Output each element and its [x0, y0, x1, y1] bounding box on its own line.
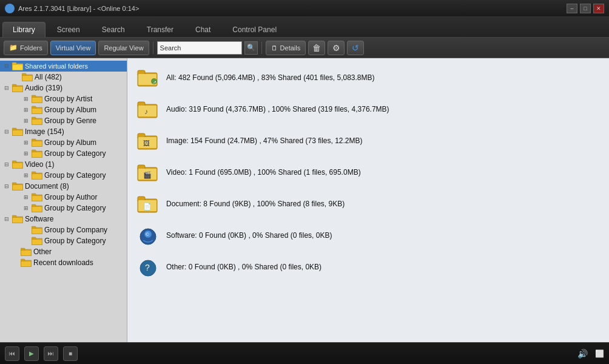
svg-rect-11 — [32, 98, 42, 103]
sidebar-item-shared-virtual[interactable]: ⊟ Shared virtual folders — [0, 61, 127, 72]
sidebar-label-other: Other — [33, 248, 52, 256]
file-entry-software[interactable]: © Software: 0 Found (0KB) , 0% Shared (0… — [132, 221, 604, 250]
sidebar-item-all[interactable]: All (482) — [0, 72, 127, 83]
refresh-button[interactable]: ↺ — [347, 41, 364, 55]
collapse-video-icon: ⊟ — [2, 160, 11, 169]
sidebar-item-video-category[interactable]: ⊞ Group by Category — [0, 170, 127, 181]
prev-button[interactable]: ⏮ — [5, 346, 19, 361]
search-input[interactable] — [157, 41, 242, 55]
folder-icon — [22, 73, 33, 81]
sidebar-item-image[interactable]: ⊟ Image (154) — [0, 126, 127, 137]
minimize-button[interactable]: – — [567, 4, 577, 13]
svg-rect-25 — [32, 150, 36, 152]
svg-rect-14 — [32, 109, 42, 113]
svg-rect-43 — [12, 215, 16, 218]
sidebar-item-image-album[interactable]: ⊞ Group by Album — [0, 137, 127, 148]
expand-audio-album-icon: ⊞ — [22, 106, 30, 114]
regular-view-button[interactable]: Regular View — [98, 41, 149, 55]
file-entry-audio[interactable]: ♪ Audio: 319 Found (4,376.7MB) , 100% Sh… — [132, 95, 604, 124]
svg-rect-49 — [32, 237, 36, 240]
sidebar-item-soft-category[interactable]: Group by Category — [0, 235, 127, 246]
svg-rect-56 — [21, 261, 31, 266]
expand-soft-company-icon — [22, 226, 30, 234]
file-entry-image[interactable]: 🖼 Image: 154 Found (24.7MB) , 47% Shared… — [132, 126, 604, 155]
folder-icon-video — [12, 160, 23, 169]
sidebar-item-audio-genre[interactable]: ⊞ Group by Genre — [0, 115, 127, 126]
sidebar-label-image-album: Group by Album — [44, 138, 96, 147]
sidebar-label-video-category: Group by Category — [44, 171, 106, 180]
expand-genre-icon: ⊞ — [22, 116, 30, 125]
next-button[interactable]: ⏭ — [44, 346, 58, 361]
file-text-other: Other: 0 Found (0KB) , 0% Shared (0 file… — [166, 263, 321, 271]
tab-chat[interactable]: Chat — [185, 22, 221, 37]
file-entry-all[interactable]: ↗ All: 482 Found (5,096.4MB) , 83% Share… — [132, 63, 604, 92]
file-icon-video: 🎬 — [137, 161, 159, 183]
sidebar-item-audio[interactable]: ⊟ Audio (319) — [0, 83, 127, 93]
sidebar-label-audio: Audio (319) — [25, 84, 62, 92]
svg-text:🖼: 🖼 — [143, 140, 150, 147]
sidebar-item-audio-artist[interactable]: ⊞ Group by Artist — [0, 93, 127, 104]
search-button[interactable]: 🔍 — [244, 41, 258, 55]
sidebar-item-image-category[interactable]: ⊞ Group by Category — [0, 148, 127, 159]
virtual-view-button[interactable]: Virtual View — [50, 41, 96, 55]
sidebar-item-soft-company[interactable]: Group by Company — [0, 224, 127, 235]
sidebar-item-document[interactable]: ⊟ Document (8) — [0, 181, 127, 192]
sidebar-label-audio-genre: Group by Genre — [44, 116, 96, 125]
tab-search[interactable]: Search — [92, 22, 135, 37]
close-button[interactable]: ✕ — [593, 4, 604, 13]
file-text-software: Software: 0 Found (0KB) , 0% Shared (0 f… — [166, 231, 332, 240]
tab-control-panel[interactable]: Control Panel — [222, 22, 287, 37]
tab-transfer[interactable]: Transfer — [136, 22, 184, 37]
file-entry-other[interactable]: ? Other: 0 Found (0KB) , 0% Shared (0 fi… — [132, 252, 604, 281]
tab-library[interactable]: Library — [2, 22, 45, 37]
svg-rect-17 — [32, 120, 42, 124]
svg-text:📄: 📄 — [143, 202, 152, 211]
folders-button[interactable]: 📁 Folders — [4, 41, 48, 55]
expand-image-cat-icon: ⊞ — [22, 149, 30, 158]
details-button[interactable]: 🗒 Details — [266, 41, 306, 55]
svg-rect-41 — [32, 207, 42, 212]
sidebar-item-doc-category[interactable]: ⊞ Group by Category — [0, 203, 127, 214]
file-text-document: Document: 8 Found (9KB) , 100% Shared (8… — [166, 200, 345, 208]
expand-image-album-icon: ⊞ — [22, 138, 30, 147]
expand-video-cat-icon: ⊞ — [22, 171, 30, 180]
sidebar-label-image: Image (154) — [25, 127, 64, 136]
options-button[interactable]: ⚙ — [328, 41, 345, 55]
tab-screen[interactable]: Screen — [47, 22, 90, 37]
sidebar-label-all: All (482) — [35, 73, 62, 81]
svg-rect-13 — [32, 106, 36, 109]
folder-icon-genre — [32, 116, 42, 125]
sidebar-item-recent[interactable]: Recent downloads — [0, 257, 127, 268]
sidebar-item-doc-author[interactable]: ⊞ Group by Author — [0, 192, 127, 203]
sidebar-item-video[interactable]: ⊟ Video (1) — [0, 159, 127, 170]
svg-text:🎬: 🎬 — [143, 170, 152, 179]
file-text-image: Image: 154 Found (24.7MB) , 47% Shared (… — [166, 136, 363, 145]
svg-rect-20 — [13, 130, 22, 135]
svg-rect-5 — [22, 76, 32, 81]
stop-button[interactable]: ■ — [63, 346, 78, 361]
svg-rect-44 — [13, 218, 22, 223]
sidebar-label-audio-artist: Group by Artist — [44, 95, 92, 103]
svg-rect-32 — [32, 174, 42, 179]
nav-tabs: Library Screen Search Transfer Chat Cont… — [0, 17, 609, 38]
play-button[interactable]: ▶ — [24, 346, 39, 361]
expand-soft-cat-icon — [22, 237, 30, 245]
file-entry-video[interactable]: 🎬 Video: 1 Found (695.0MB) , 100% Shared… — [132, 158, 604, 187]
sidebar-label-recent: Recent downloads — [33, 258, 93, 267]
file-icon-audio: ♪ — [137, 98, 159, 120]
folder-icon-image-cat — [32, 149, 42, 158]
file-entry-document[interactable]: 📄 Document: 8 Found (9KB) , 100% Shared … — [132, 189, 604, 218]
status-bar: ⏮ ▶ ⏭ ■ 🔊 ⬜ — [0, 342, 609, 364]
svg-rect-26 — [32, 152, 42, 157]
maximize-button[interactable]: □ — [580, 4, 591, 13]
sidebar-label-audio-album: Group by Album — [44, 106, 96, 114]
folder-icon-other — [21, 248, 32, 256]
svg-rect-1 — [12, 62, 16, 65]
svg-rect-53 — [21, 251, 31, 255]
sidebar-item-software[interactable]: ⊟ Software — [0, 214, 127, 224]
collapse-image-icon: ⊟ — [2, 127, 11, 136]
sidebar-item-audio-album[interactable]: ⊞ Group by Album — [0, 104, 127, 115]
delete-button[interactable]: 🗑 — [308, 41, 325, 55]
svg-text:↗: ↗ — [153, 80, 156, 84]
sidebar-item-other[interactable]: Other — [0, 246, 127, 257]
